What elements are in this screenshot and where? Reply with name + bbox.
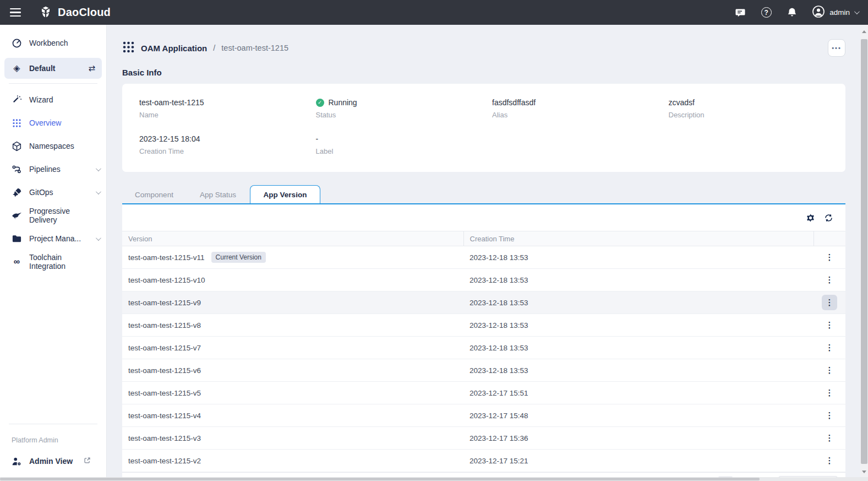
version-name: test-oam-test-1215-v9 (122, 291, 463, 314)
switch-workspace-icon[interactable]: ⇄ (88, 63, 95, 73)
workspace-label: Default (29, 64, 55, 73)
app-grid-icon (122, 41, 135, 56)
version-name: test-oam-test-1215-v10 (122, 269, 463, 291)
scroll-up-arrow[interactable] (860, 27, 868, 36)
refresh-icon[interactable] (824, 213, 833, 223)
sidebar-item-toolchain-integration[interactable]: ∞ Toolchain Integration (0, 250, 106, 273)
field-label: Description (669, 111, 837, 119)
row-actions-kebab-icon[interactable]: ⋮ (822, 340, 837, 355)
row-actions-kebab-icon[interactable]: ⋮ (822, 453, 837, 468)
row-actions-kebab-icon[interactable]: ⋮ (822, 250, 837, 265)
cube-icon (12, 141, 22, 152)
row-actions-kebab-icon[interactable]: ⋮ (822, 430, 837, 446)
daocloud-cube-icon (39, 6, 53, 20)
field-label: Label (316, 147, 484, 155)
table-row[interactable]: test-oam-test-1215-v6 2023-12-18 13:53 ⋮ (122, 359, 845, 382)
sidebar-item-label: Pipelines (29, 165, 61, 174)
creation-time: 2023-12-18 13:53 (463, 246, 814, 269)
field-value: test-oam-test-1215 (139, 98, 308, 107)
table-row[interactable]: test-oam-test-1215-v9 2023-12-18 13:53 ⋮ (122, 291, 845, 314)
current-version-badge: Current Version (211, 252, 266, 263)
horizontal-scrollbar[interactable] (0, 477, 868, 481)
column-header-actions (814, 231, 845, 246)
sidebar-item-label: Progressive Delivery (29, 207, 100, 224)
sidebar-item-pipelines[interactable]: Pipelines (0, 158, 106, 181)
help-icon[interactable]: ? (760, 7, 772, 19)
vertical-scrollbar[interactable] (860, 25, 868, 477)
sidebar-item-workbench[interactable]: Workbench (0, 31, 106, 55)
field-value: Running (329, 98, 357, 107)
messages-icon[interactable] (734, 7, 746, 19)
breadcrumb-separator: / (213, 44, 215, 52)
divider (9, 83, 97, 84)
scroll-down-arrow[interactable] (860, 467, 868, 476)
sidebar-item-wizard[interactable]: Wizard (0, 88, 106, 111)
creation-time: 2023-12-18 13:53 (463, 314, 814, 337)
tab-bar: Component App Status App Version (122, 185, 845, 204)
version-name: test-oam-test-1215-v8 (122, 314, 463, 337)
table-row[interactable]: test-oam-test-1215-v3 2023-12-17 15:36 ⋮ (122, 427, 845, 450)
breadcrumb: OAM Application / test-oam-test-1215 ••• (122, 25, 845, 67)
sidebar-item-progressive-delivery[interactable]: Progressive Delivery (0, 204, 106, 227)
status-check-icon: ✓ (316, 99, 324, 107)
brand-logo[interactable]: DaoCloud (39, 6, 111, 20)
version-name: test-oam-test-1215-v3 (122, 427, 463, 450)
vertical-scroll-thumb[interactable] (861, 39, 867, 464)
settings-gear-icon[interactable] (806, 213, 815, 223)
tab-component[interactable]: Component (122, 186, 186, 203)
creation-time: 2023-12-18 13:53 (463, 359, 814, 382)
table-header-row: Version Creation Time (122, 231, 845, 246)
basic-info-title: Basic Info (122, 68, 845, 77)
avatar (812, 5, 825, 20)
user-menu[interactable]: admin (812, 5, 858, 20)
table-row[interactable]: test-oam-test-1215-v8 2023-12-18 13:53 ⋮ (122, 314, 845, 337)
sidebar-item-namespaces[interactable]: Namespaces (0, 134, 106, 158)
sidebar-workspace-default[interactable]: ◈ Default ⇄ (4, 58, 102, 79)
row-actions-kebab-icon[interactable]: ⋮ (822, 385, 837, 401)
table-row[interactable]: test-oam-test-1215-v10 2023-12-18 13:53 … (122, 269, 845, 291)
table-row[interactable]: test-oam-test-1215-v5 2023-12-17 15:51 ⋮ (122, 382, 845, 404)
chevron-down-icon (96, 235, 101, 241)
table-row[interactable]: test-oam-test-1215-v7 2023-12-18 13:53 ⋮ (122, 337, 845, 359)
sidebar-item-gitops[interactable]: GitOps (0, 181, 106, 204)
sidebar-item-admin-view[interactable]: Admin View (0, 450, 106, 473)
notifications-bell-icon[interactable] (786, 7, 798, 19)
sidebar-item-overview[interactable]: Overview (0, 111, 106, 134)
creation-time: 2023-12-18 13:53 (463, 269, 814, 291)
row-actions-kebab-icon[interactable]: ⋮ (822, 295, 837, 310)
column-header-version[interactable]: Version (122, 231, 463, 246)
field-label-row: - Label (308, 134, 484, 155)
username: admin (829, 8, 850, 17)
menu-icon[interactable] (10, 8, 21, 17)
creation-time: 2023-12-17 15:21 (463, 450, 814, 472)
row-actions-kebab-icon[interactable]: ⋮ (822, 408, 837, 423)
table-row[interactable]: test-oam-test-1215-v2 2023-12-17 15:21 ⋮ (122, 450, 845, 472)
tab-app-status[interactable]: App Status (186, 186, 250, 203)
bird-icon (12, 210, 22, 221)
more-actions-button[interactable]: ••• (828, 39, 845, 57)
horizontal-scroll-thumb[interactable] (0, 478, 760, 480)
infinity-icon: ∞ (12, 257, 22, 267)
sidebar-item-label: Project Mana... (29, 234, 81, 243)
creation-time: 2023-12-18 13:53 (463, 337, 814, 359)
row-actions-kebab-icon[interactable]: ⋮ (822, 363, 837, 378)
external-link-icon (84, 457, 91, 466)
version-name: test-oam-test-1215-v2 (122, 450, 463, 472)
field-value: fasdfsdffasdf (492, 98, 660, 107)
row-actions-kebab-icon[interactable]: ⋮ (822, 272, 837, 288)
breadcrumb-section[interactable]: OAM Application (141, 44, 207, 53)
table-row[interactable]: test-oam-test-1215-v4 2023-12-17 15:48 ⋮ (122, 404, 845, 427)
field-label: Status (316, 111, 484, 119)
version-name: test-oam-test-1215-v4 (122, 404, 463, 427)
platform-admin-section-label: Platform Admin (0, 429, 106, 450)
wand-icon (12, 95, 22, 105)
row-actions-kebab-icon[interactable]: ⋮ (822, 317, 837, 333)
table-row[interactable]: test-oam-test-1215-v11Current Version 20… (122, 246, 845, 269)
tab-app-version[interactable]: App Version (250, 185, 320, 203)
sidebar-item-project-management[interactable]: Project Mana... (0, 227, 106, 250)
field-alias: fasdfsdffasdf Alias (484, 98, 660, 119)
column-header-creation-time[interactable]: Creation Time (463, 231, 814, 246)
field-value: 2023-12-15 18:04 (139, 134, 308, 143)
version-name: test-oam-test-1215-v7 (122, 337, 463, 359)
field-value: zcvadsf (669, 98, 837, 107)
